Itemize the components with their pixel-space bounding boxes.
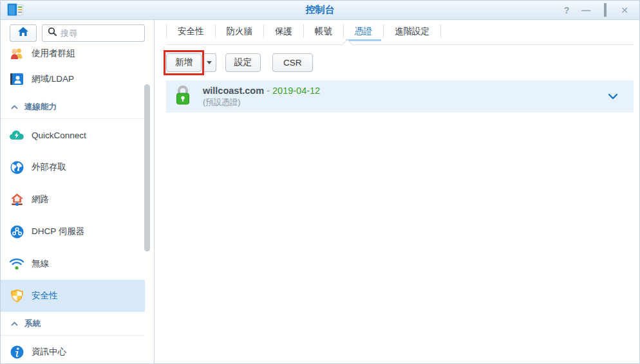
sidebar-section-connectivity[interactable]: 連線能力 — [1, 95, 145, 119]
tab-divider — [166, 44, 634, 45]
control-panel-app-icon — [7, 3, 24, 17]
certificate-note: (預設憑證) — [203, 98, 320, 108]
close-icon[interactable]: ✕ — [619, 5, 630, 15]
sidebar-item-label: 網路 — [32, 194, 49, 205]
tab-security[interactable]: 安全性 — [167, 21, 215, 41]
certificate-row[interactable]: willcoast.com - 2019-04-12 (預設憑證) — [166, 80, 634, 113]
domain-ldap-icon — [9, 73, 24, 86]
tab-firewall[interactable]: 防火牆 — [216, 21, 264, 41]
network-house-icon — [9, 193, 24, 206]
add-dropdown-button[interactable] — [202, 53, 216, 72]
info-icon — [9, 345, 24, 359]
certificate-separator: - — [267, 86, 270, 96]
sidebar-item-user-group[interactable]: 使用者群組 — [1, 44, 154, 63]
sidebar-item-label: 網域/LDAP — [32, 73, 74, 85]
toolbar: 新增 設定 CSR — [166, 53, 634, 72]
lock-icon — [174, 85, 191, 109]
home-icon — [17, 26, 29, 39]
sidebar-item-domain-ldap[interactable]: 網域/LDAP — [1, 63, 154, 95]
search-icon — [48, 27, 57, 39]
sidebar-section-label: 系統 — [24, 318, 41, 329]
sidebar-scrollbar[interactable] — [144, 84, 150, 251]
tab-protection[interactable]: 保護 — [264, 21, 303, 41]
users-icon — [9, 47, 24, 60]
sidebar-item-dhcp-server[interactable]: DHCP 伺服器 — [1, 215, 154, 248]
sidebar-item-label: 無線 — [32, 258, 49, 269]
sidebar-item-external-access[interactable]: 外部存取 — [1, 151, 154, 183]
sidebar-section-label: 連線能力 — [24, 102, 57, 113]
titlebar: 控制台 ? — ✕ — [1, 1, 639, 20]
window-controls: ? — ✕ — [561, 5, 639, 15]
globe-icon — [9, 161, 24, 174]
control-panel-window: 控制台 ? — ✕ — [0, 0, 640, 364]
sidebar-item-label: 安全性 — [32, 290, 58, 302]
minimize-icon[interactable]: — — [580, 5, 592, 15]
sidebar-item-network[interactable]: 網路 — [1, 183, 154, 215]
sidebar-item-wireless[interactable]: 無線 — [1, 248, 154, 280]
sidebar-section-system[interactable]: 系統 — [1, 312, 145, 336]
sidebar-list: 使用者群組 網域/LDAP — [1, 44, 154, 364]
app-icon-panel — [7, 3, 17, 16]
sidebar-item-label: DHCP 伺服器 — [32, 226, 84, 237]
dhcp-nodes-icon — [9, 225, 24, 239]
sidebar-item-security[interactable]: 安全性 — [1, 280, 145, 312]
sidebar-item-label: 使用者群組 — [32, 48, 75, 59]
chevron-up-icon — [11, 319, 18, 328]
certificate-info: willcoast.com - 2019-04-12 (預設憑證) — [203, 85, 320, 108]
sidebar-item-label: 外部存取 — [32, 161, 66, 173]
app-icon-list — [17, 5, 23, 15]
csr-button[interactable]: CSR — [272, 53, 313, 72]
shield-icon — [9, 289, 24, 303]
sidebar-item-label: 資訊中心 — [32, 346, 66, 358]
sidebar-item-info-center[interactable]: 資訊中心 — [1, 336, 154, 364]
window-title: 控制台 — [1, 4, 639, 16]
maximize-icon[interactable] — [599, 5, 611, 15]
content-panel: 安全性 防火牆 保護 帳號 憑證 進階設定 新增 — [155, 20, 639, 363]
settings-button[interactable]: 設定 — [225, 53, 261, 72]
help-icon[interactable]: ? — [561, 5, 572, 15]
sidebar: 使用者群組 網域/LDAP — [1, 20, 155, 363]
tab-account[interactable]: 帳號 — [304, 21, 343, 41]
certificate-name: willcoast.com — [203, 86, 264, 96]
search-input[interactable] — [61, 28, 139, 38]
tab-bar: 安全性 防火牆 保護 帳號 憑證 進階設定 — [166, 21, 634, 41]
tab-advanced-settings[interactable]: 進階設定 — [384, 21, 440, 41]
chevron-up-icon — [11, 102, 18, 111]
certificate-date: 2019-04-12 — [272, 86, 320, 96]
chevron-down-icon[interactable] — [608, 93, 618, 100]
tab-certificate[interactable]: 憑證 — [344, 21, 383, 41]
search-box — [42, 24, 145, 42]
add-button[interactable]: 新增 — [166, 53, 202, 72]
caret-down-icon — [207, 61, 212, 64]
sidebar-item-label: QuickConnect — [32, 131, 86, 140]
quickconnect-cloud-icon — [9, 129, 24, 141]
sidebar-item-quickconnect[interactable]: QuickConnect — [1, 119, 154, 151]
home-button[interactable] — [10, 24, 37, 42]
wifi-icon — [9, 257, 24, 270]
